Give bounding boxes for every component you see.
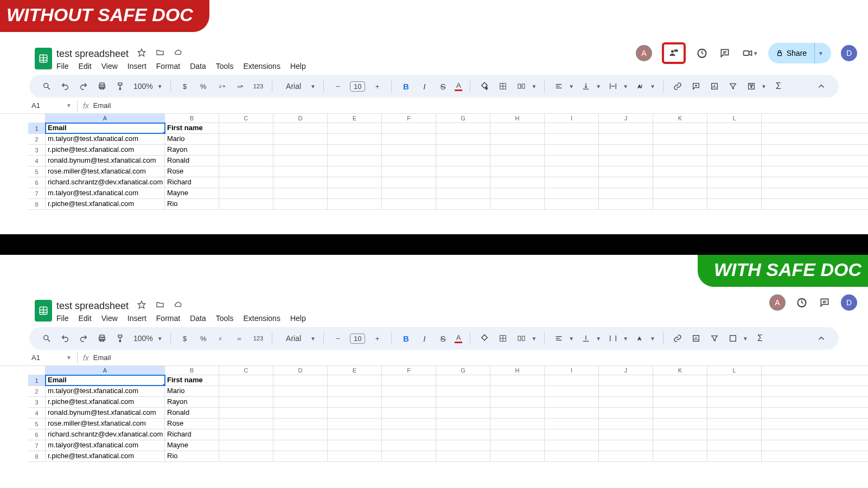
cell[interactable] bbox=[599, 123, 653, 133]
cell[interactable]: Rio bbox=[165, 451, 219, 461]
comment-icon[interactable] bbox=[718, 47, 731, 60]
cell[interactable] bbox=[436, 375, 490, 386]
cell[interactable] bbox=[653, 134, 707, 144]
cell[interactable] bbox=[545, 166, 599, 177]
cell[interactable] bbox=[219, 145, 273, 155]
cell[interactable] bbox=[599, 386, 653, 396]
cell[interactable] bbox=[219, 451, 273, 461]
functions-button[interactable]: Σ bbox=[772, 80, 785, 93]
increase-decimal-icon[interactable]: .00 bbox=[234, 80, 247, 93]
row-number[interactable]: 4 bbox=[28, 156, 46, 166]
row-number[interactable]: 7 bbox=[28, 440, 46, 451]
cell[interactable] bbox=[545, 134, 599, 144]
menu-view[interactable]: View bbox=[101, 62, 118, 70]
rotate-text-icon[interactable]: A bbox=[634, 80, 647, 93]
cell[interactable] bbox=[707, 134, 762, 144]
wrap-icon[interactable] bbox=[607, 80, 620, 93]
fontsize-input[interactable]: 10 bbox=[350, 81, 365, 92]
cloud-status-icon[interactable] bbox=[174, 300, 183, 311]
cell[interactable] bbox=[219, 166, 273, 177]
merge-cells-icon[interactable] bbox=[515, 332, 528, 345]
menu-edit[interactable]: Edit bbox=[79, 314, 92, 323]
column-header-J[interactable]: J bbox=[599, 114, 653, 123]
cell[interactable] bbox=[273, 419, 328, 429]
cell[interactable] bbox=[599, 134, 653, 144]
cell[interactable]: Mario bbox=[165, 386, 219, 396]
cell[interactable] bbox=[328, 386, 382, 396]
wrap-icon[interactable] bbox=[607, 332, 620, 345]
cell[interactable]: Richard bbox=[165, 429, 219, 440]
cell[interactable]: First name bbox=[165, 375, 219, 386]
column-header-D[interactable]: D bbox=[273, 114, 328, 123]
print-icon[interactable] bbox=[95, 332, 108, 345]
cell[interactable]: ronald.bynum@test.xfanatical.com bbox=[46, 156, 165, 166]
cell[interactable] bbox=[328, 177, 382, 188]
format-123-button[interactable]: 123 bbox=[252, 332, 264, 345]
cell[interactable] bbox=[436, 429, 490, 440]
halign-icon[interactable] bbox=[552, 80, 565, 93]
zoom-select[interactable]: 100% bbox=[132, 80, 154, 93]
share-button[interactable]: Share ▼ bbox=[768, 43, 831, 63]
collapse-toolbar-icon[interactable] bbox=[815, 332, 828, 345]
filter-icon[interactable] bbox=[726, 80, 739, 93]
cell[interactable] bbox=[707, 429, 762, 440]
cell[interactable] bbox=[707, 386, 762, 396]
cell[interactable]: Rio bbox=[165, 199, 219, 209]
cell[interactable] bbox=[490, 440, 545, 451]
history-icon[interactable] bbox=[795, 296, 808, 309]
menu-extensions[interactable]: Extensions bbox=[243, 314, 280, 323]
cell[interactable] bbox=[382, 386, 436, 396]
cell[interactable]: Mario bbox=[165, 134, 219, 144]
menu-insert[interactable]: Insert bbox=[127, 62, 146, 70]
font-select[interactable]: Arial bbox=[280, 332, 307, 345]
cell[interactable] bbox=[382, 440, 436, 451]
cell[interactable] bbox=[599, 166, 653, 177]
cell[interactable] bbox=[707, 419, 762, 429]
cell[interactable] bbox=[436, 145, 490, 155]
cell[interactable] bbox=[436, 134, 490, 144]
cell[interactable] bbox=[545, 123, 599, 133]
cell[interactable] bbox=[490, 156, 545, 166]
cell[interactable] bbox=[545, 199, 599, 209]
borders-icon[interactable] bbox=[496, 80, 509, 93]
row-number[interactable]: 6 bbox=[28, 429, 46, 440]
text-color-button[interactable]: A bbox=[455, 81, 462, 91]
decrease-decimal-icon[interactable]: .0 bbox=[215, 80, 228, 93]
strikethrough-button[interactable]: S bbox=[436, 332, 449, 345]
cell[interactable] bbox=[599, 397, 653, 407]
cell[interactable] bbox=[653, 375, 707, 386]
cell[interactable] bbox=[707, 177, 762, 188]
cell[interactable] bbox=[382, 188, 436, 198]
cell[interactable] bbox=[328, 397, 382, 407]
column-header-A[interactable]: A bbox=[46, 366, 165, 375]
cell[interactable] bbox=[436, 156, 490, 166]
cell[interactable] bbox=[490, 451, 545, 461]
cell[interactable] bbox=[328, 166, 382, 177]
row-number[interactable]: 5 bbox=[28, 166, 46, 177]
column-header-L[interactable]: L bbox=[707, 366, 762, 375]
search-icon[interactable] bbox=[40, 80, 53, 93]
cell[interactable] bbox=[382, 429, 436, 440]
cell[interactable] bbox=[653, 123, 707, 133]
cell[interactable] bbox=[599, 440, 653, 451]
column-header-C[interactable]: C bbox=[219, 366, 273, 375]
cell[interactable] bbox=[653, 156, 707, 166]
search-icon[interactable] bbox=[40, 332, 53, 345]
link-icon[interactable] bbox=[671, 80, 684, 93]
undo-icon[interactable] bbox=[59, 80, 72, 93]
cell[interactable]: r.piche@test.xfanatical.com bbox=[46, 397, 165, 407]
fontsize-decrease[interactable]: − bbox=[331, 332, 344, 345]
cell[interactable] bbox=[328, 440, 382, 451]
percent-button[interactable]: % bbox=[197, 80, 210, 93]
cell[interactable] bbox=[599, 408, 653, 418]
filter-views-icon[interactable] bbox=[745, 80, 758, 93]
text-color-button[interactable]: A bbox=[455, 333, 462, 343]
collapse-toolbar-icon[interactable] bbox=[815, 80, 828, 93]
valign-icon[interactable] bbox=[579, 332, 592, 345]
cell[interactable] bbox=[382, 145, 436, 155]
fontsize-input[interactable]: 10 bbox=[350, 333, 365, 344]
redo-icon[interactable] bbox=[77, 80, 90, 93]
cell[interactable]: Mayne bbox=[165, 440, 219, 451]
cell[interactable] bbox=[545, 156, 599, 166]
cell[interactable]: Rayon bbox=[165, 145, 219, 155]
